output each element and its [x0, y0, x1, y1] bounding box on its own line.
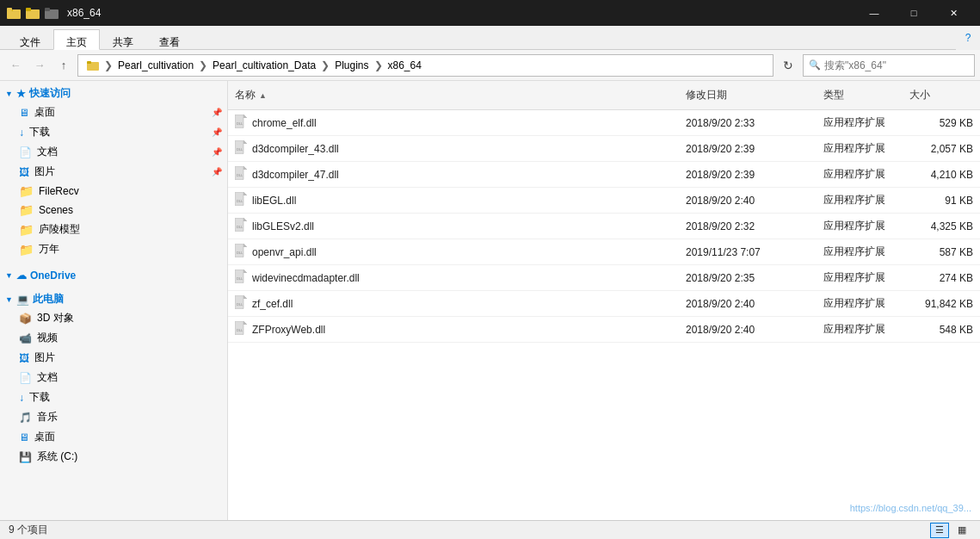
crumb-sep2: ❯	[319, 59, 331, 71]
file-date-cell: 2018/9/20 2:39	[679, 136, 817, 161]
col-name-label: 名称	[235, 88, 256, 102]
table-row[interactable]: DLL zf_cef.dll 2018/9/20 2:40 应用程序扩展 91,…	[228, 291, 980, 317]
sidebar-item-music[interactable]: 🎵 音乐	[0, 407, 227, 427]
view-large-button[interactable]: ▦	[952, 523, 971, 538]
sidebar-item-sysdrive[interactable]: 💾 系统 (C:)	[0, 447, 227, 467]
statusbar: 9 个项目 ☰ ▦	[0, 520, 980, 539]
table-row[interactable]: DLL d3dcompiler_47.dll 2018/9/20 2:39 应用…	[228, 162, 980, 188]
svg-text:DLL: DLL	[237, 173, 243, 177]
sidebar-item-label: 系统 (C:)	[37, 449, 77, 464]
crumb-1[interactable]: Pearl_cultivation	[114, 58, 197, 73]
titlebar: x86_64 — □ ✕	[0, 0, 980, 26]
refresh-button[interactable]: ↻	[777, 54, 799, 77]
table-row[interactable]: DLL chrome_elf.dll 2018/9/20 2:33 应用程序扩展…	[228, 110, 980, 136]
sidebar-item-label: 下载	[29, 125, 50, 139]
sidebar-item-download1[interactable]: ↓ 下载 📌	[0, 122, 227, 142]
table-row[interactable]: DLL ZFProxyWeb.dll 2018/9/20 2:40 应用程序扩展…	[228, 317, 980, 343]
tab-view[interactable]: 查看	[146, 29, 193, 49]
titlebar-controls: — □ ✕	[854, 0, 973, 26]
crumb-sep3: ❯	[373, 59, 385, 71]
file-name-cell: DLL d3dcompiler_43.dll	[228, 136, 679, 161]
onedrive-chevron: ▼	[5, 271, 13, 280]
tab-home[interactable]: 主页	[53, 29, 100, 50]
sidebar-item-luling[interactable]: 📁 庐陵模型	[0, 220, 227, 239]
file-name: chrome_elf.dll	[252, 117, 317, 129]
sidebar-item-label: 桌面	[34, 430, 55, 444]
search-box: 🔍	[803, 54, 975, 77]
search-input[interactable]	[824, 59, 969, 71]
up-button[interactable]: ↑	[53, 55, 74, 76]
file-type-cell: 应用程序扩展	[817, 136, 903, 161]
sidebar-item-wannian[interactable]: 📁 万年	[0, 239, 227, 259]
titlebar-folder-icon	[7, 6, 21, 20]
sidebar-item-pics2[interactable]: 🖼 图片	[0, 348, 227, 368]
svg-text:DLL: DLL	[237, 276, 243, 281]
sidebar-item-download2[interactable]: ↓ 下载	[0, 387, 227, 407]
file-type-cell: 应用程序扩展	[817, 214, 903, 239]
sidebar-item-label: 桌面	[34, 105, 55, 120]
table-row[interactable]: DLL widevinecdmadapter.dll 2018/9/20 2:3…	[228, 265, 980, 291]
sidebar-item-docs2[interactable]: 📄 文档	[0, 368, 227, 387]
sidebar-item-filerecv[interactable]: 📁 FileRecv	[0, 182, 227, 201]
file-name: libEGL.dll	[252, 195, 296, 207]
search-icon: 🔍	[809, 59, 821, 71]
titlebar-folder-icon2	[26, 6, 40, 20]
crumb-folder-icon[interactable]	[83, 59, 102, 72]
maximize-button[interactable]: □	[894, 0, 934, 26]
sidebar-item-scenes[interactable]: 📁 Scenes	[0, 201, 227, 220]
quick-access-chevron: ▼	[5, 90, 13, 98]
view-details-button[interactable]: ☰	[930, 523, 949, 538]
sidebar-item-desktop2[interactable]: 🖥 桌面	[0, 427, 227, 447]
file-name: ZFProxyWeb.dll	[252, 324, 325, 336]
docs-icon: 📄	[19, 146, 32, 158]
table-row[interactable]: DLL libGLESv2.dll 2018/9/20 2:32 应用程序扩展 …	[228, 214, 980, 239]
quick-access-section[interactable]: ▼ ★ 快速访问	[0, 81, 227, 102]
desktop-icon: 🖥	[19, 107, 29, 119]
col-type[interactable]: 类型	[817, 84, 903, 106]
sidebar-item-desktop1[interactable]: 🖥 桌面 📌	[0, 102, 227, 122]
tab-share[interactable]: 共享	[100, 29, 146, 49]
file-size-cell: 4,325 KB	[903, 214, 980, 239]
table-row[interactable]: DLL libEGL.dll 2018/9/20 2:40 应用程序扩展 91 …	[228, 188, 980, 214]
sidebar-item-3d[interactable]: 📦 3D 对象	[0, 308, 227, 328]
svg-rect-4	[26, 8, 31, 11]
help-button[interactable]: ?	[956, 26, 980, 50]
address-path[interactable]: ❯ Pearl_cultivation ❯ Pearl_cultivation_…	[77, 54, 774, 77]
crumb-2[interactable]: Pearl_cultivation_Data	[209, 58, 319, 73]
table-row[interactable]: DLL openvr_api.dll 2019/11/23 7:07 应用程序扩…	[228, 239, 980, 265]
onedrive-section[interactable]: ▼ ☁ OneDrive	[0, 264, 227, 283]
minimize-button[interactable]: —	[854, 0, 894, 26]
sidebar-item-label: 音乐	[37, 410, 58, 424]
tab-file[interactable]: 文件	[7, 29, 53, 49]
col-size[interactable]: 大小	[903, 84, 980, 106]
crumb-3[interactable]: Plugins	[331, 58, 372, 73]
forward-button[interactable]: →	[29, 55, 50, 76]
pics-icon: 🖼	[19, 166, 29, 178]
dll-icon: DLL	[235, 140, 247, 157]
file-date-cell: 2018/9/20 2:35	[679, 265, 817, 290]
sidebar-item-video[interactable]: 📹 视频	[0, 328, 227, 348]
file-size-cell: 2,057 KB	[903, 136, 980, 161]
file-name: openvr_api.dll	[252, 246, 317, 258]
file-name: zf_cef.dll	[252, 298, 293, 310]
titlebar-left: x86_64	[7, 6, 101, 20]
onedrive-icon: ☁	[16, 270, 27, 282]
folder-icon: 📁	[19, 203, 34, 217]
titlebar-title: x86_64	[67, 7, 101, 19]
sidebar-item-pics1[interactable]: 🖼 图片 📌	[0, 162, 227, 182]
back-button[interactable]: ←	[5, 55, 26, 76]
file-name: d3dcompiler_43.dll	[252, 143, 339, 155]
table-row[interactable]: DLL d3dcompiler_43.dll 2018/9/20 2:39 应用…	[228, 136, 980, 162]
file-date-cell: 2018/9/20 2:40	[679, 317, 817, 342]
svg-text:DLL: DLL	[237, 251, 243, 255]
col-name[interactable]: 名称 ▲	[228, 84, 679, 106]
crumb-4[interactable]: x86_64	[385, 58, 425, 73]
sidebar-item-docs1[interactable]: 📄 文档 📌	[0, 142, 227, 162]
close-button[interactable]: ✕	[934, 0, 973, 26]
dll-icon: DLL	[235, 115, 247, 131]
svg-text:DLL: DLL	[237, 225, 243, 229]
this-pc-section[interactable]: ▼ 💻 此电脑	[0, 287, 227, 308]
sidebar-item-label: 庐陵模型	[39, 222, 80, 237]
sidebar-item-label: 文档	[37, 370, 58, 385]
col-date[interactable]: 修改日期	[679, 84, 817, 106]
